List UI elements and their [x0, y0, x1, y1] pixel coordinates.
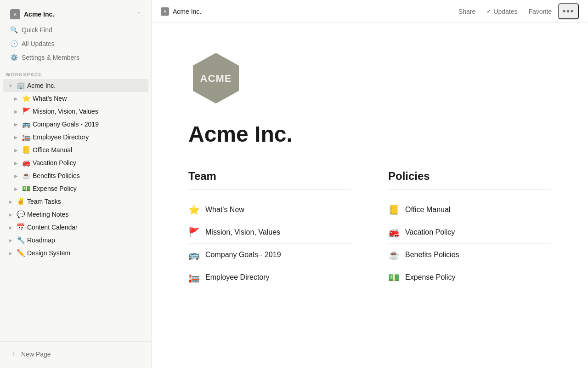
benefits-emoji: ☕ — [388, 249, 400, 260]
vacation-policy-link: Vacation Policy — [405, 228, 455, 236]
tree-toggle-meeting-notes[interactable] — [6, 210, 15, 218]
tree-item-expense[interactable]: 💵 Expense Policy — [3, 182, 148, 195]
check-icon: ✓ — [486, 8, 492, 15]
clock-icon: 🕐 — [10, 40, 18, 47]
workspace-name: Acme Inc. — [24, 11, 133, 18]
topbar-logo: A — [161, 7, 169, 16]
tree-toggle-company-goals[interactable] — [12, 120, 20, 128]
tree-label-design-system: Design System — [27, 249, 145, 257]
more-options-button[interactable]: ••• — [558, 3, 579, 19]
tree-toggle-vacation-policy[interactable] — [12, 159, 20, 167]
tree-label-benefits: Benefits Policies — [33, 172, 145, 179]
tree-item-benefits[interactable]: ☕ Benefits Policies — [3, 169, 148, 182]
tree-label-team-tasks: Team Tasks — [27, 198, 145, 205]
content-columns: Team ⭐ What's New 🚩 Mission, Vision, Val… — [188, 170, 551, 288]
benefits-link: Benefits Policies — [405, 251, 459, 259]
policy-link-office-manual[interactable]: 📒 Office Manual — [388, 199, 551, 221]
team-link-company-goals[interactable]: 🚌 Company Goals - 2019 — [188, 244, 351, 266]
team-heading: Team — [188, 170, 351, 190]
tree-item-meeting-notes[interactable]: 💬 Meeting Notes — [3, 208, 148, 221]
workspace-header[interactable]: A Acme Inc. ⌃ — [6, 6, 146, 23]
acme-logo: ACME — [188, 51, 243, 106]
tree-label-acme-inc: Acme Inc. — [27, 82, 145, 89]
tree-label-office-manual: Office Manual — [33, 146, 145, 154]
tree-item-team-tasks[interactable]: ✌️ Team Tasks — [3, 195, 148, 208]
tree-label-employee-dir: Employee Directory — [33, 133, 145, 141]
sidebar: A Acme Inc. ⌃ 🔍 Quick Find 🕐 All Updates… — [0, 0, 152, 368]
mission-link: Mission, Vision, Values — [205, 228, 280, 236]
page-content: ACME Acme Inc. Team ⭐ What's New 🚩 Missi… — [152, 23, 588, 368]
team-column: Team ⭐ What's New 🚩 Mission, Vision, Val… — [188, 170, 351, 288]
gear-icon: ⚙️ — [10, 54, 18, 61]
tree-label-whats-new: What's New — [33, 95, 145, 102]
tree-toggle-expense[interactable] — [12, 184, 20, 193]
plus-icon: ＋ — [10, 349, 17, 359]
tree-toggle-roadmap[interactable] — [6, 236, 15, 244]
company-goals-link: Company Goals - 2019 — [205, 251, 281, 259]
employee-dir-emoji: 🏣 — [188, 272, 200, 283]
whats-new-link: What's New — [205, 206, 244, 214]
new-page-label: New Page — [21, 351, 51, 358]
vacation-policy-emoji: 🚒 — [388, 227, 400, 238]
topbar-actions: Share ✓ Updates Favorite ••• — [454, 3, 579, 19]
share-button[interactable]: Share — [454, 6, 480, 17]
sidebar-all-updates[interactable]: 🕐 All Updates — [6, 37, 146, 51]
policy-link-benefits[interactable]: ☕ Benefits Policies — [388, 244, 551, 266]
tree-item-whats-new[interactable]: ⭐ What's New — [3, 92, 148, 105]
tree-item-mission[interactable]: 🚩 Mission, Vision, Values — [3, 105, 148, 118]
main-area: A Acme Inc. Share ✓ Updates Favorite •••… — [152, 0, 588, 368]
team-link-whats-new[interactable]: ⭐ What's New — [188, 199, 351, 221]
sidebar-quick-find[interactable]: 🔍 Quick Find — [6, 23, 146, 37]
mission-emoji: 🚩 — [188, 227, 200, 238]
tree-toggle-benefits[interactable] — [12, 172, 20, 180]
employee-dir-link: Employee Directory — [205, 273, 270, 282]
team-link-employee-dir[interactable]: 🏣 Employee Directory — [188, 266, 351, 288]
tree-label-vacation-policy: Vacation Policy — [33, 159, 145, 167]
policies-heading: Policies — [388, 170, 551, 190]
tree-label-mission: Mission, Vision, Values — [33, 108, 145, 115]
tree-item-acme-inc[interactable]: 🏢 Acme Inc. — [3, 79, 148, 92]
office-manual-emoji: 📒 — [388, 204, 400, 215]
sidebar-settings[interactable]: ⚙️ Settings & Members — [6, 51, 146, 64]
topbar: A Acme Inc. Share ✓ Updates Favorite ••• — [152, 0, 588, 23]
updates-button[interactable]: ✓ Updates — [482, 6, 522, 17]
tree-label-meeting-notes: Meeting Notes — [27, 211, 145, 218]
tree-toggle-content-calendar[interactable] — [6, 223, 15, 231]
whats-new-emoji: ⭐ — [188, 204, 200, 215]
tree-toggle-employee-dir[interactable] — [12, 133, 20, 141]
tree-item-design-system[interactable]: ✏️ Design System — [3, 247, 148, 259]
workspace-chevron-icon: ⌃ — [136, 11, 141, 17]
tree-item-content-calendar[interactable]: 📅 Content Calendar — [3, 221, 148, 234]
tree-label-roadmap: Roadmap — [27, 236, 145, 244]
new-page-button[interactable]: ＋ New Page — [6, 345, 146, 362]
team-link-mission[interactable]: 🚩 Mission, Vision, Values — [188, 221, 351, 244]
sidebar-top: A Acme Inc. ⌃ 🔍 Quick Find 🕐 All Updates… — [0, 0, 151, 66]
tree-toggle-mission[interactable] — [12, 107, 20, 115]
tree-item-office-manual[interactable]: 📒 Office Manual — [3, 144, 148, 156]
tree-label-expense: Expense Policy — [33, 185, 145, 192]
search-icon: 🔍 — [10, 26, 18, 34]
tree-toggle-team-tasks[interactable] — [6, 197, 15, 206]
policy-link-expense[interactable]: 💵 Expense Policy — [388, 266, 551, 288]
tree-toggle-office-manual[interactable] — [12, 146, 20, 154]
expense-link: Expense Policy — [405, 273, 455, 282]
favorite-button[interactable]: Favorite — [524, 6, 557, 17]
expense-emoji: 💵 — [388, 272, 400, 283]
tree-toggle-acme-inc[interactable] — [6, 81, 15, 90]
office-manual-link: Office Manual — [405, 206, 450, 214]
policy-link-vacation[interactable]: 🚒 Vacation Policy — [388, 221, 551, 244]
tree-item-vacation-policy[interactable]: 🚒 Vacation Policy — [3, 156, 148, 169]
page-title: Acme Inc. — [188, 121, 551, 147]
topbar-breadcrumb: Acme Inc. — [173, 8, 450, 15]
workspace-logo: A — [10, 9, 20, 19]
policies-column: Policies 📒 Office Manual 🚒 Vacation Poli… — [388, 170, 551, 288]
tree-toggle-design-system[interactable] — [6, 249, 15, 257]
tree-toggle-whats-new[interactable] — [12, 94, 20, 103]
tree-item-roadmap[interactable]: 🔧 Roadmap — [3, 234, 148, 247]
tree-item-company-goals[interactable]: 🚌 Company Goals - 2019 — [3, 118, 148, 131]
company-goals-emoji: 🚌 — [188, 249, 200, 260]
tree-item-employee-dir[interactable]: 🏣 Employee Directory — [3, 131, 148, 144]
tree-emoji-acme-inc: 🏢 — [17, 81, 25, 90]
sidebar-tree: 🏢 Acme Inc. ⭐ What's New 🚩 Mission, Visi… — [0, 79, 151, 341]
tree-label-content-calendar: Content Calendar — [27, 224, 145, 231]
